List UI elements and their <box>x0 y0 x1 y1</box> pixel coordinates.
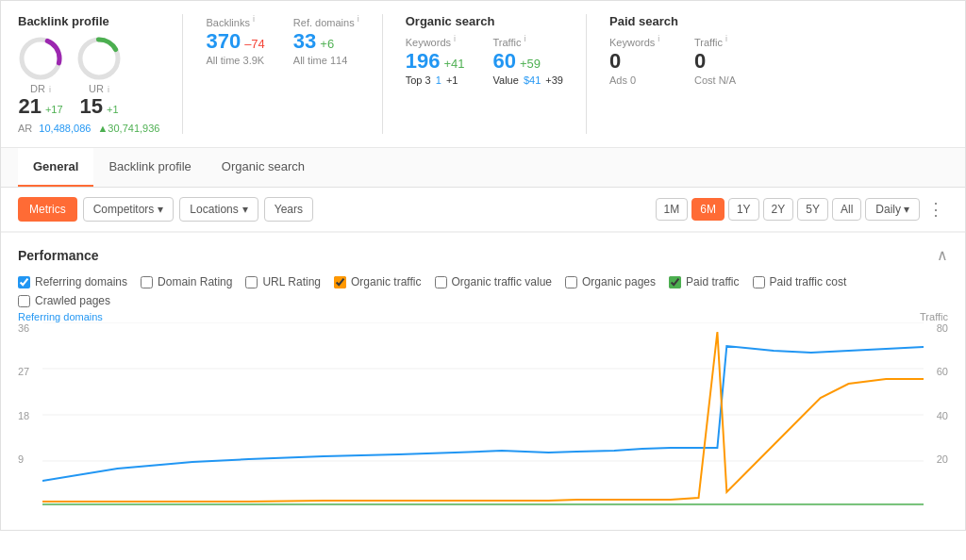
time-6m[interactable]: 6M <box>691 198 724 221</box>
backlinks-stat: Backlinks i 370 –74 All time 3.9K <box>206 14 264 66</box>
dr-label: DR <box>30 83 45 94</box>
ref-domains-delta: +6 <box>320 37 334 51</box>
toolbar-left: Metrics Competitors ▾ Locations ▾ Years <box>18 197 648 222</box>
divider-3 <box>586 14 587 134</box>
chart-svg: c c c c a c 2 <box>42 322 924 506</box>
time-5y[interactable]: 5Y <box>797 198 828 221</box>
checkboxes-row2: Crawled pages <box>18 294 948 307</box>
competitors-button[interactable]: Competitors ▾ <box>83 197 175 222</box>
dr-circle <box>18 36 63 81</box>
divider-1 <box>182 14 183 134</box>
ar-value: 10,488,086 <box>39 123 91 134</box>
ar-delta: ▲30,741,936 <box>97 123 159 134</box>
dr-value: 21 <box>18 94 41 119</box>
chart-labels: Referring domains Traffic <box>18 311 948 322</box>
backlinks-sub: All time 3.9K <box>206 55 264 66</box>
ar-row: AR 10,488,086 ▲30,741,936 <box>18 123 159 134</box>
cb-organic-value[interactable]: Organic traffic value <box>435 275 553 288</box>
y-axis-right: 80 60 40 20 <box>927 322 948 497</box>
organic-kw-value: 196 <box>406 50 441 73</box>
time-1m[interactable]: 1M <box>656 198 689 221</box>
ref-domains-stat: Ref. domains i 33 +6 All time 114 <box>293 14 359 66</box>
paid-section: Paid search Keywords i 0 Ads 0 Traffic i… <box>609 14 751 134</box>
ur-circle <box>76 36 122 81</box>
more-options-button[interactable]: ⋮ <box>924 199 948 220</box>
cb-domain-rating[interactable]: Domain Rating <box>141 275 232 288</box>
cb-organic-pages[interactable]: Organic pages <box>565 275 656 288</box>
cb-ref-domains[interactable]: Referring domains <box>18 275 127 288</box>
metrics-button[interactable]: Metrics <box>18 197 77 222</box>
collapse-icon[interactable]: ∧ <box>937 246 948 264</box>
organic-traffic-value: 60 <box>493 50 516 73</box>
paid-traffic-stat: Traffic i 0 Cost N/A <box>694 34 751 86</box>
paid-kw-value: 0 <box>609 50 666 73</box>
main-container: Backlink profile DR i 21 <box>0 0 966 531</box>
organic-section: Organic search Keywords i 196 +41 Top 3 … <box>406 14 563 134</box>
toolbar-right: 1M 6M 1Y 2Y 5Y All Daily ▾ ⋮ <box>656 198 948 221</box>
daily-button[interactable]: Daily ▾ <box>865 198 920 221</box>
organic-kw-delta: +41 <box>443 57 464 71</box>
ur-label: UR <box>89 83 104 94</box>
tab-backlink[interactable]: Backlink profile <box>93 148 206 187</box>
paid-traffic-value: 0 <box>694 50 751 73</box>
perf-header: Performance ∧ <box>18 246 948 264</box>
backlink-profile-section: Backlink profile DR i 21 <box>18 14 159 134</box>
chart-area: Referring domains Traffic 36 27 18 9 80 … <box>1 311 965 530</box>
tab-organic[interactable]: Organic search <box>207 148 320 187</box>
tabs-bar: General Backlink profile Organic search <box>1 148 965 188</box>
backlinks-delta: –74 <box>244 37 265 51</box>
chevron-down-icon: ▾ <box>904 203 909 216</box>
ref-domains-value: 33 <box>293 30 316 53</box>
paid-kw-sub: Ads 0 <box>609 74 666 86</box>
time-1y[interactable]: 1Y <box>728 198 759 221</box>
backlinks-stats: Backlinks i 370 –74 All time 3.9K Ref. d… <box>206 14 358 134</box>
organic-title: Organic search <box>406 14 563 28</box>
paid-traffic-sub: Cost N/A <box>694 74 751 86</box>
divider-2 <box>382 14 383 134</box>
ar-label: AR <box>18 123 32 134</box>
ref-domains-label: Ref. domains i <box>293 14 359 28</box>
y-axis-left: 36 27 18 9 <box>18 322 39 497</box>
ref-domains-sub: All time 114 <box>293 55 359 66</box>
cb-organic-traffic[interactable]: Organic traffic <box>334 275 421 288</box>
toolbar: Metrics Competitors ▾ Locations ▾ Years … <box>1 188 965 232</box>
organic-traffic-line <box>42 332 924 502</box>
backlinks-label: Backlinks i <box>206 14 264 28</box>
ur-value: 15 <box>79 94 102 119</box>
backlink-title: Backlink profile <box>18 14 159 28</box>
chart-right-label: Traffic <box>920 311 948 322</box>
paid-title: Paid search <box>609 14 751 28</box>
cb-paid-traffic[interactable]: Paid traffic <box>669 275 739 288</box>
years-button[interactable]: Years <box>264 197 313 222</box>
tab-general[interactable]: General <box>18 148 93 187</box>
stats-bar: Backlink profile DR i 21 <box>1 1 965 148</box>
dr-delta: +17 <box>45 104 63 115</box>
organic-traffic-delta: +59 <box>520 57 541 71</box>
time-2y[interactable]: 2Y <box>763 198 794 221</box>
backlinks-value: 370 <box>206 30 241 53</box>
cb-crawled[interactable]: Crawled pages <box>18 294 110 307</box>
organic-traffic-stat: Traffic i 60 +59 Value $41 +39 <box>493 34 563 86</box>
locations-button[interactable]: Locations ▾ <box>179 197 258 222</box>
performance-section: Performance ∧ Referring domains Domain R… <box>1 233 965 307</box>
chevron-down-icon: ▾ <box>242 203 248 216</box>
cb-paid-cost[interactable]: Paid traffic cost <box>753 275 847 288</box>
chart-left-label: Referring domains <box>18 311 103 322</box>
chevron-down-icon: ▾ <box>158 203 163 216</box>
perf-title: Performance <box>18 248 99 263</box>
cb-url-rating[interactable]: URL Rating <box>245 275 321 288</box>
checkboxes-row1: Referring domains Domain Rating URL Rati… <box>18 275 948 288</box>
chart-container: 36 27 18 9 80 60 40 20 <box>18 322 948 520</box>
paid-keywords-stat: Keywords i 0 Ads 0 <box>609 34 666 86</box>
ur-delta: +1 <box>107 104 119 115</box>
organic-keywords-stat: Keywords i 196 +41 Top 3 1 +1 <box>406 34 465 86</box>
time-all[interactable]: All <box>832 198 861 221</box>
